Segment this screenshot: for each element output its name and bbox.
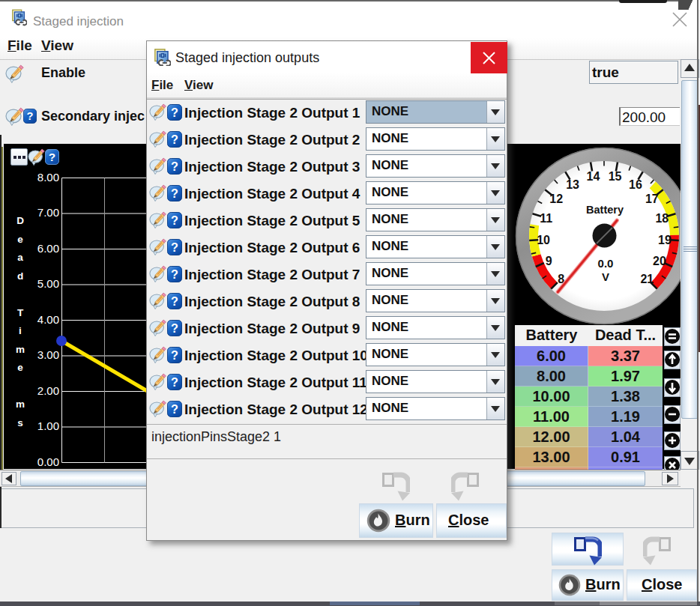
svg-text:17: 17	[645, 193, 659, 205]
svg-text:10: 10	[537, 234, 550, 246]
svg-text:5.00: 5.00	[37, 277, 59, 290]
svg-text:15: 15	[609, 170, 622, 183]
svg-text:6.00: 6.00	[37, 242, 59, 255]
svg-text:12: 12	[549, 193, 563, 205]
svg-text:?: ?	[171, 375, 178, 389]
svg-text:0.00: 0.00	[37, 455, 59, 468]
svg-text:4.00: 4.00	[37, 313, 59, 326]
svg-text:?: ?	[171, 294, 178, 308]
svg-text:1.00: 1.00	[37, 419, 59, 432]
svg-text:?: ?	[171, 213, 178, 227]
svg-text:0.0: 0.0	[598, 257, 614, 270]
svg-text:20: 20	[653, 255, 666, 267]
svg-text:8.00: 8.00	[37, 171, 59, 184]
svg-text:19: 19	[658, 234, 672, 246]
svg-text:21: 21	[640, 273, 654, 285]
svg-text:V: V	[602, 270, 609, 283]
svg-text:Battery: Battery	[586, 204, 624, 216]
svg-text:?: ?	[171, 402, 178, 416]
svg-text:9: 9	[546, 255, 552, 267]
svg-text:3.00: 3.00	[37, 348, 59, 361]
svg-text:?: ?	[171, 160, 178, 173]
svg-text:16: 16	[629, 178, 642, 191]
svg-text:?: ?	[171, 106, 178, 119]
svg-text:?: ?	[171, 187, 178, 200]
svg-text:?: ?	[27, 110, 34, 122]
svg-text:?: ?	[171, 348, 178, 362]
svg-text:?: ?	[171, 133, 178, 146]
svg-text:?: ?	[171, 267, 178, 281]
svg-text:7.00: 7.00	[37, 206, 59, 219]
svg-text:13: 13	[566, 178, 579, 191]
svg-text:2.00: 2.00	[37, 384, 59, 397]
svg-text:?: ?	[171, 321, 178, 335]
svg-text:11: 11	[540, 212, 552, 225]
svg-text:14: 14	[587, 170, 600, 183]
svg-text:?: ?	[171, 240, 178, 254]
svg-text:18: 18	[655, 212, 669, 225]
